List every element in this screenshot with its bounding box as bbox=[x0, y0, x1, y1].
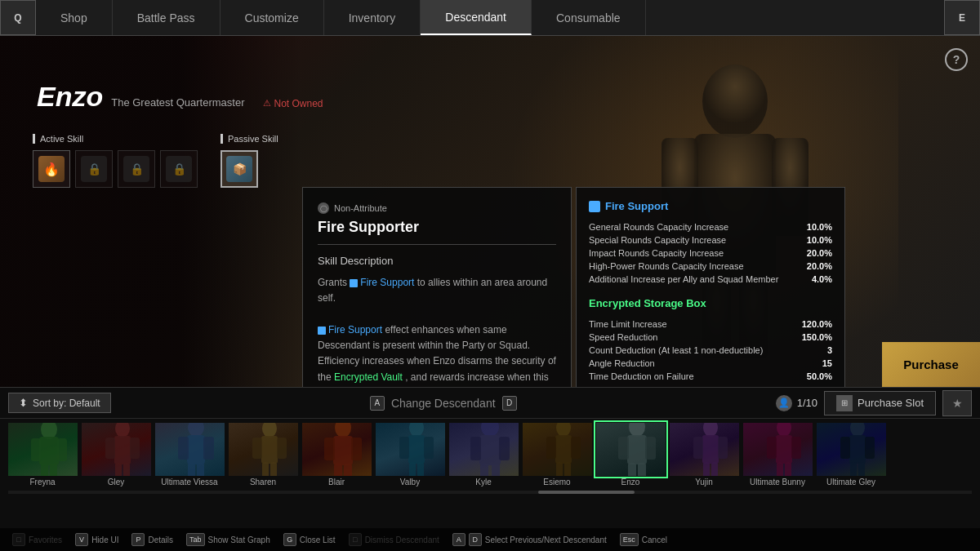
slots-count: 👤 1/10 bbox=[776, 395, 817, 411]
nav-key-right[interactable]: E bbox=[944, 0, 980, 35]
fire-support-icon-2 bbox=[318, 327, 326, 335]
stat-row: Special Rounds Capacity Increase 10.0% bbox=[589, 233, 832, 247]
passive-skill-slot-1[interactable]: 📦 bbox=[220, 150, 258, 188]
stat-row: Angle Reduction 15 bbox=[589, 357, 832, 370]
tab-consumable[interactable]: Consumable bbox=[532, 0, 646, 35]
char-card-blair[interactable]: Blair bbox=[301, 423, 372, 487]
passive-skill-label: Passive Skill bbox=[220, 134, 278, 144]
stats-panel: Fire Support General Rounds Capacity Inc… bbox=[576, 187, 845, 387]
svg-rect-27 bbox=[277, 438, 287, 459]
keybind-label-cancel: Cancel bbox=[642, 535, 667, 544]
favorites-button[interactable]: ★ bbox=[942, 390, 972, 416]
char-card-gley[interactable]: Gley bbox=[80, 423, 152, 487]
enzo-figure bbox=[596, 423, 666, 476]
char-name-ultimate-bunny: Ultimate Bunny bbox=[750, 476, 805, 487]
active-skill-icon-3: 🔒 bbox=[123, 156, 149, 182]
active-skill-slot-1[interactable]: 🔥 bbox=[33, 150, 70, 188]
char-card-ultimate-viessa[interactable]: Ultimate Viessa bbox=[154, 423, 225, 487]
svg-rect-74 bbox=[840, 437, 850, 459]
char-card-enzo[interactable]: Enzo bbox=[595, 423, 666, 487]
char-name-freyna: Freyna bbox=[29, 476, 55, 487]
char-portrait-ubunny bbox=[743, 423, 813, 476]
stat-row: Count Deduction (At least 1 non-deductib… bbox=[589, 344, 832, 357]
keybind-details: P Details bbox=[131, 533, 173, 546]
keybind-key-v: V bbox=[75, 533, 88, 546]
svg-rect-77 bbox=[858, 462, 865, 477]
svg-rect-51 bbox=[571, 437, 581, 459]
svg-rect-22 bbox=[188, 463, 195, 477]
char-portrait-blair bbox=[302, 423, 372, 476]
char-name-enzo: Enzo bbox=[621, 476, 640, 487]
key-d-badge: D bbox=[502, 396, 517, 411]
svg-rect-9 bbox=[57, 438, 67, 461]
char-card-kyle[interactable]: Kyle bbox=[448, 423, 519, 487]
skill-attr-tag: ◯ Non-Attribute bbox=[318, 202, 556, 214]
char-card-ultimate-gley[interactable]: Ultimate Gley bbox=[815, 423, 887, 487]
active-skill-slot-3[interactable]: 🔒 bbox=[118, 150, 155, 188]
stat-row: High-Power Rounds Capacity Increase 20.0… bbox=[589, 260, 832, 273]
scroll-thumb[interactable] bbox=[538, 491, 635, 494]
char-card-ultimate-bunny[interactable]: Ultimate Bunny bbox=[742, 423, 813, 487]
change-descendant-label: A Change Descendant D bbox=[118, 396, 769, 411]
svg-rect-61 bbox=[702, 435, 719, 464]
svg-rect-58 bbox=[628, 463, 636, 477]
svg-rect-44 bbox=[470, 437, 481, 460]
purchase-button-partial[interactable]: Purchase bbox=[882, 342, 980, 387]
help-button[interactable]: ? bbox=[945, 48, 968, 71]
svg-rect-19 bbox=[187, 435, 205, 464]
svg-rect-71 bbox=[785, 462, 791, 477]
svg-rect-32 bbox=[324, 438, 335, 460]
svg-rect-62 bbox=[693, 437, 703, 459]
stats-list-1: General Rounds Capacity Increase 10.0% S… bbox=[589, 220, 832, 286]
char-portrait-uviessa bbox=[155, 423, 225, 476]
char-name-yujin: Yujin bbox=[695, 476, 713, 487]
change-label: Change Descendant bbox=[391, 397, 496, 410]
svg-point-24 bbox=[262, 423, 277, 438]
svg-point-66 bbox=[777, 423, 791, 437]
purchase-slot-button[interactable]: ⊞ Purchase Slot bbox=[824, 391, 936, 415]
char-card-freyna[interactable]: Freyna bbox=[7, 423, 78, 487]
tab-shop[interactable]: Shop bbox=[36, 0, 113, 35]
keybind-close-list: G Close List bbox=[283, 533, 336, 546]
keybind-key-g: G bbox=[283, 533, 296, 546]
sort-label: Sort by: Default bbox=[33, 398, 100, 409]
char-card-sharen[interactable]: Sharen bbox=[227, 423, 299, 487]
svg-point-0 bbox=[702, 64, 768, 138]
slots-icon: 👤 bbox=[776, 395, 792, 411]
tab-customize[interactable]: Customize bbox=[220, 0, 324, 35]
fire-support-icon-1 bbox=[350, 279, 358, 287]
uviessa-figure bbox=[155, 423, 225, 476]
purchase-slot-label: Purchase Slot bbox=[858, 397, 924, 409]
svg-rect-55 bbox=[627, 435, 647, 464]
ugley-figure bbox=[817, 423, 886, 476]
active-skill-slot-4[interactable]: 🔒 bbox=[160, 150, 198, 188]
sort-button[interactable]: ⬍ Sort by: Default bbox=[8, 393, 111, 413]
nav-key-left[interactable]: Q bbox=[0, 0, 36, 35]
active-skill-slot-2[interactable]: 🔒 bbox=[75, 150, 113, 188]
char-card-esiemo[interactable]: Esiemo bbox=[521, 423, 593, 487]
top-nav: Q Shop Battle Pass Customize Inventory D… bbox=[0, 0, 980, 36]
fav-icon: ★ bbox=[952, 397, 963, 410]
kyle-figure bbox=[449, 423, 519, 476]
fire-support-stat-icon bbox=[589, 201, 600, 212]
stats-section-1-title: Fire Support bbox=[589, 200, 832, 212]
svg-rect-33 bbox=[351, 438, 362, 460]
char-name-gley: Gley bbox=[108, 476, 125, 487]
svg-rect-49 bbox=[555, 435, 572, 464]
svg-point-30 bbox=[335, 423, 351, 438]
tab-inventory[interactable]: Inventory bbox=[324, 0, 421, 35]
char-controls-bar: ⬍ Sort by: Default A Change Descendant D… bbox=[0, 388, 980, 419]
char-card-valby[interactable]: Valby bbox=[374, 423, 446, 487]
tab-battle-pass[interactable]: Battle Pass bbox=[113, 0, 220, 35]
active-skill-label: Active Skill bbox=[33, 134, 198, 144]
active-skill-icon-1: 🔥 bbox=[38, 156, 65, 182]
char-card-yujin[interactable]: Yujin bbox=[668, 423, 740, 487]
skill-attr-label: Non-Attribute bbox=[334, 203, 387, 213]
hero-subtitle: The Greatest Quartermaster bbox=[111, 96, 244, 109]
skill-desc-title: Skill Description bbox=[318, 255, 556, 267]
passive-skill-icon-1: 📦 bbox=[226, 156, 252, 182]
keybind-key-p: P bbox=[131, 533, 145, 546]
svg-rect-47 bbox=[492, 464, 500, 477]
tab-descendant[interactable]: Descendant bbox=[421, 0, 532, 35]
svg-point-18 bbox=[188, 423, 204, 437]
